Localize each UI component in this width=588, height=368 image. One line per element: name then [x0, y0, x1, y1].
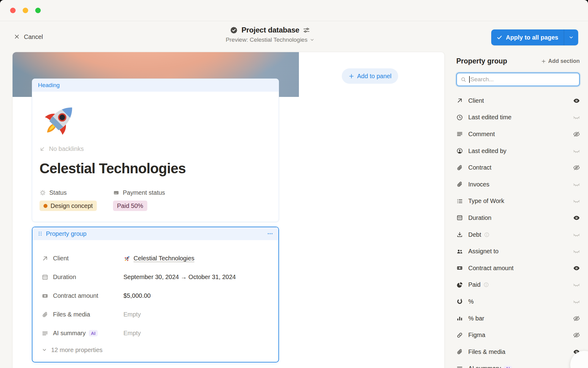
property-row[interactable]: ClientCelestial Technologies — [42, 249, 278, 268]
property-row-label: Duration — [42, 274, 123, 281]
person-circle-icon — [456, 148, 463, 154]
add-section-label: Add section — [548, 58, 580, 64]
sidebar-property-row[interactable]: Duration — [456, 209, 580, 226]
sidebar-property-row[interactable]: % — [456, 293, 580, 310]
property-row[interactable]: DurationSeptember 30, 2024 → October 31,… — [42, 268, 278, 286]
status-pill[interactable]: Design concept — [40, 201, 97, 211]
property-search-box[interactable] — [456, 73, 580, 86]
more-options-icon[interactable] — [267, 230, 273, 237]
heading-block-header[interactable]: Heading — [32, 79, 279, 92]
sidebar-property-row[interactable]: Client — [456, 92, 580, 109]
eye-slash-icon[interactable] — [573, 315, 580, 322]
property-label: % — [468, 298, 474, 305]
sidebar-property-row[interactable]: Last edited time — [456, 109, 580, 126]
sidebar-property-row[interactable]: Invoces — [456, 176, 580, 193]
arrow-up-right-icon — [42, 255, 48, 262]
add-section-button[interactable]: Add section — [541, 58, 580, 64]
property-group-label: Property group — [46, 230, 86, 237]
property-group-body: ClientCelestial TechnologiesDurationSept… — [32, 240, 278, 357]
more-properties-toggle[interactable]: 12 more properties — [42, 343, 278, 357]
property-row[interactable]: AI summaryAIEmpty — [42, 324, 278, 343]
clock-icon — [456, 114, 463, 121]
property-value: Empty — [123, 311, 141, 318]
search-icon — [461, 77, 466, 82]
property-value-text: Empty — [123, 311, 141, 318]
backlinks-row[interactable]: No backlinks — [40, 145, 271, 152]
preview-selector[interactable]: Preview: Celestial Technologies — [226, 36, 315, 43]
spinner-icon — [40, 190, 46, 196]
eye-closed-icon[interactable] — [573, 247, 580, 255]
chevron-down-icon — [568, 35, 574, 40]
property-row-label: Contract amount — [42, 292, 123, 299]
property-group-header[interactable]: Property group — [32, 227, 278, 240]
database-title: Project database — [242, 26, 300, 34]
eye-slash-icon[interactable] — [573, 331, 580, 339]
layout-preview-panel: Heading No backlinks Celestial Technolog… — [12, 52, 445, 368]
sliders-icon[interactable] — [303, 26, 310, 34]
eye-closed-icon[interactable] — [573, 147, 580, 155]
eye-closed-icon[interactable] — [573, 281, 580, 289]
window-titlebar — [0, 0, 588, 21]
sidebar-property-row[interactable]: Type of Work — [456, 193, 580, 210]
calendar-icon — [456, 214, 463, 221]
sidebar-property-row[interactable]: % bar — [456, 310, 580, 327]
property-value: September 30, 2024 → October 31, 2024 — [123, 274, 236, 281]
property-row-label: Client — [42, 255, 123, 262]
property-label: Last edited by — [468, 148, 507, 155]
eye-open-icon[interactable] — [573, 97, 580, 105]
property-value[interactable]: Celestial Technologies — [123, 255, 194, 262]
eye-slash-icon[interactable] — [573, 164, 580, 171]
apply-options-button[interactable] — [564, 29, 578, 45]
eye-slash-icon[interactable] — [573, 130, 580, 138]
property-label: Figma — [468, 332, 485, 339]
sidebar-property-row[interactable]: Figma — [456, 327, 580, 343]
apply-to-all-pages-button[interactable]: Apply to all pages — [491, 29, 564, 45]
sidebar-property-row[interactable]: Files & media — [456, 343, 580, 360]
text-lines-icon — [456, 131, 463, 137]
property-label: AI summary — [53, 330, 86, 337]
credit-card-icon — [113, 190, 119, 196]
minimize-window-button[interactable] — [23, 8, 28, 13]
sidebar-property-row[interactable]: Last edited by — [456, 143, 580, 159]
property-group-block[interactable]: Property group ClientCelestial Technolog… — [32, 227, 279, 362]
zoom-window-button[interactable] — [35, 8, 41, 13]
heading-block[interactable]: Heading No backlinks Celestial Technolog… — [32, 79, 279, 222]
arrow-down-left-icon — [40, 146, 45, 152]
drag-handle-icon[interactable] — [37, 231, 43, 236]
property-row[interactable]: Contract amount$5,000.00 — [42, 286, 278, 305]
sidebar-property-row[interactable]: Contract amount — [456, 260, 580, 277]
property-label: Contract — [468, 164, 492, 171]
eye-closed-icon[interactable] — [573, 197, 580, 205]
eye-closed-icon[interactable] — [573, 298, 580, 305]
eye-open-icon[interactable] — [573, 264, 580, 272]
sidebar-property-row[interactable]: Contract — [456, 159, 580, 176]
sidebar-property-row[interactable]: AI summaryAI — [456, 360, 580, 368]
eye-closed-icon[interactable] — [573, 113, 580, 121]
chevron-down-icon — [42, 347, 47, 353]
header-title-group: Project database Preview: Celestial Tech… — [226, 26, 315, 43]
property-label: Client — [468, 97, 484, 104]
apply-label: Apply to all pages — [506, 34, 558, 41]
sidebar-property-row[interactable]: Comment — [456, 126, 580, 143]
search-input[interactable] — [470, 76, 575, 83]
eye-closed-icon[interactable] — [573, 181, 580, 188]
status-dot — [43, 204, 47, 208]
calendar-icon — [42, 274, 48, 281]
sidebar-title: Property group — [456, 57, 507, 65]
sidebar-property-row[interactable]: Debt — [456, 226, 580, 243]
eye-open-icon[interactable] — [573, 214, 580, 222]
sidebar-property-row[interactable]: Paid — [456, 277, 580, 293]
paperclip-icon — [456, 164, 463, 171]
add-to-panel-button[interactable]: Add to panel — [342, 68, 398, 84]
eye-closed-icon[interactable] — [573, 231, 580, 239]
close-window-button[interactable] — [10, 8, 16, 13]
cancel-button[interactable]: Cancel — [14, 33, 43, 40]
property-row-label: Files & media — [42, 311, 123, 318]
plus-icon — [541, 59, 546, 64]
status-pill[interactable]: Paid 50% — [113, 201, 147, 211]
property-value-text: Celestial Technologies — [134, 255, 194, 262]
info-icon — [484, 232, 490, 238]
property-row[interactable]: Files & mediaEmpty — [42, 305, 278, 324]
sidebar-property-row[interactable]: Assignet to — [456, 243, 580, 260]
property-label: Assignet to — [468, 248, 499, 255]
